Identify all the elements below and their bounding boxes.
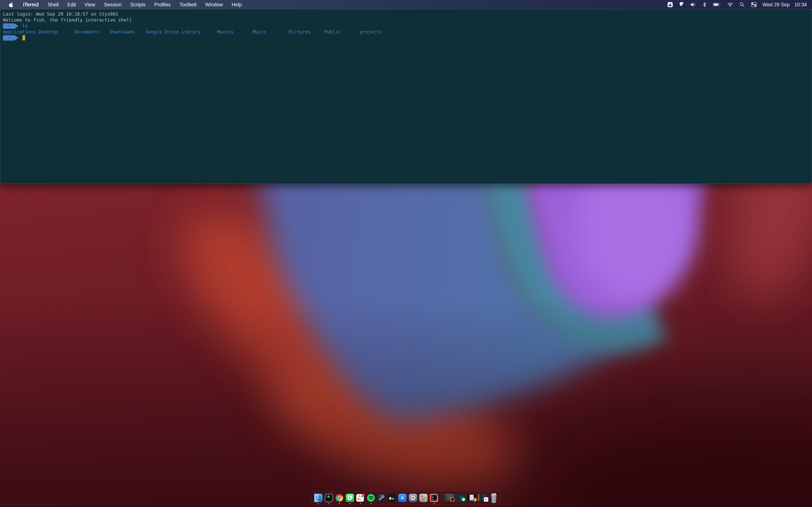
chrome-badge-icon	[473, 497, 477, 502]
dock-minimized-whatsapp-window[interactable]	[455, 491, 466, 505]
running-dot	[349, 503, 350, 504]
dock-minimized-intellij-window[interactable]: IJ	[443, 491, 455, 505]
dock-steam[interactable]	[376, 491, 387, 505]
whatsapp-badge-icon	[461, 497, 466, 502]
menu-bar: iTerm2 Shell Edit View Session Scripts P…	[0, 0, 812, 9]
menu-profiles[interactable]: Profiles	[150, 2, 175, 7]
running-dot	[328, 503, 329, 504]
svg-text:tv: tv	[392, 497, 394, 500]
menu-help[interactable]: Help	[227, 2, 246, 7]
running-dot	[434, 503, 434, 504]
dock-whatsapp[interactable]	[345, 491, 355, 505]
wifi-icon[interactable]	[724, 2, 736, 7]
svg-text:~: ~	[8, 36, 10, 40]
apple-icon	[9, 2, 13, 7]
dock-color-grid-app[interactable]	[418, 491, 428, 505]
fish-prompt-badge: ~	[3, 23, 18, 29]
dock-trash[interactable]	[489, 491, 499, 505]
menu-window[interactable]: Window	[201, 2, 227, 7]
clock-time: 10:34	[794, 2, 807, 7]
menu-bar-left: iTerm2 Shell Edit View Session Scripts P…	[0, 0, 246, 9]
control-center-icon[interactable]	[748, 2, 760, 7]
dock-spotify[interactable]	[365, 491, 376, 505]
menu-shell[interactable]: Shell	[43, 2, 63, 7]
terminal-last-login: Last login: Wed Sep 29 10:18:57 on ttys0…	[3, 11, 810, 17]
dock-finder[interactable]	[313, 491, 323, 505]
menu-app-name[interactable]: iTerm2	[13, 2, 43, 7]
dock-slack[interactable]	[355, 491, 365, 505]
capture-app-icon[interactable]	[664, 2, 676, 7]
terminal-prompt-line: ~ ls	[3, 23, 810, 29]
dock: $	[311, 491, 501, 505]
slack-badge-icon	[484, 497, 488, 502]
running-dot	[360, 503, 361, 504]
dock-minimized-chrome-window[interactable]	[466, 491, 477, 505]
menu-view[interactable]: View	[80, 2, 100, 7]
dock-minimized-slack-window[interactable]	[477, 491, 489, 505]
bluetooth-icon[interactable]	[699, 2, 710, 7]
dock-app-store[interactable]	[397, 491, 408, 505]
menu-toolbelt[interactable]: Toolbelt	[175, 2, 201, 7]
apple-menu[interactable]	[0, 2, 13, 7]
terminal-window[interactable]: Last login: Wed Sep 29 10:18:57 on ttys0…	[0, 9, 812, 184]
fish-prompt-badge: ~	[3, 35, 18, 41]
clock-date: Wed 29 Sep	[762, 2, 790, 7]
running-dot	[339, 503, 340, 504]
running-dot	[370, 503, 371, 504]
notification-badge	[362, 494, 365, 497]
dock-intellij[interactable]: IJ	[428, 491, 439, 505]
terminal-command: ls	[22, 23, 28, 29]
terminal-cursor	[22, 35, 25, 40]
battery-icon[interactable]	[710, 2, 724, 7]
menu-session[interactable]: Session	[100, 2, 126, 7]
intellij-badge-icon: IJ	[450, 497, 454, 502]
svg-text:IJ: IJ	[451, 499, 452, 500]
dock-system-preferences[interactable]	[408, 491, 418, 505]
menu-edit[interactable]: Edit	[63, 2, 80, 7]
search-icon[interactable]	[736, 2, 748, 7]
terminal-welcome: Welcome to fish, the friendly interactiv…	[3, 17, 810, 23]
dock-iterm[interactable]: $	[323, 491, 334, 505]
menu-clock[interactable]: Wed 29 Sep 10:34	[760, 2, 812, 7]
dock-apple-tv[interactable]: tv	[387, 491, 397, 505]
menu-scripts[interactable]: Scripts	[126, 2, 150, 7]
dock-chrome[interactable]	[334, 491, 345, 505]
running-dot	[318, 503, 319, 504]
svg-text:$: $	[326, 495, 327, 498]
terminal-ls-output: Applications Desktop Documents Downloads…	[3, 29, 810, 35]
svg-text:IJ: IJ	[432, 496, 434, 498]
menu-bar-status: Wed 29 Sep 10:34	[664, 0, 812, 9]
svg-text:~: ~	[8, 23, 10, 28]
paste-app-icon[interactable]	[676, 2, 687, 7]
volume-icon[interactable]	[687, 2, 699, 7]
terminal-prompt-line-2: ~	[3, 35, 810, 41]
desktop: iTerm2 Shell Edit View Session Scripts P…	[0, 0, 812, 507]
